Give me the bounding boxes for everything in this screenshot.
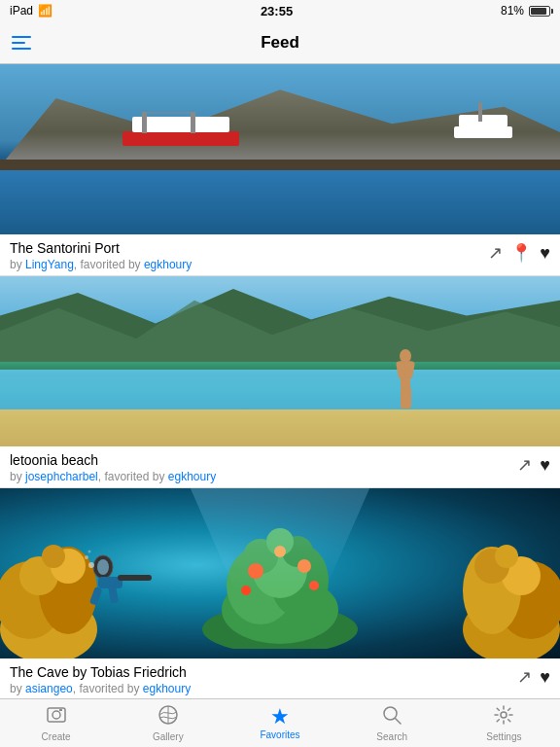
feed-meta-left-letoonia: letoonia beach by josephcharbel, favorit…	[10, 452, 517, 483]
tab-settings[interactable]: Settings	[448, 699, 560, 747]
menu-line-2	[12, 42, 25, 44]
heart-icon-letoonia[interactable]: ♥	[540, 455, 550, 476]
feed-title-cave: The Cave by Tobias Friedrich	[10, 664, 517, 680]
tab-settings-label: Settings	[486, 731, 521, 742]
favorited-link-santorini[interactable]: egkhoury	[144, 258, 192, 271]
search-icon	[381, 704, 402, 729]
feed-meta-santorini: The Santorini Port by LingYang, favorite…	[0, 234, 560, 275]
person-svg	[391, 348, 420, 416]
sand-layer	[0, 409, 560, 447]
heart-icon-cave[interactable]: ♥	[540, 667, 550, 688]
feed-actions-cave: ↗ ♥	[517, 664, 550, 688]
tab-create-label: Create	[42, 731, 71, 742]
battery-icon	[529, 6, 550, 17]
tab-search[interactable]: Search	[336, 699, 448, 747]
svg-point-75	[501, 712, 507, 718]
author-link-santorini[interactable]: LingYang	[25, 258, 74, 271]
beach-scene-bg	[0, 276, 560, 446]
feed-actions-letoonia: ↗ ♥	[517, 452, 550, 476]
settings-icon	[493, 704, 514, 729]
status-left: iPad 📶	[10, 4, 52, 18]
by-label-2: by	[10, 470, 22, 483]
svg-rect-43	[118, 575, 152, 581]
svg-point-47	[88, 562, 94, 568]
author-link-letoonia[interactable]: josephcharbel	[25, 470, 98, 483]
favorites-icon: ★	[270, 706, 290, 728]
battery-percent: 81%	[501, 4, 524, 18]
feed-subtitle-letoonia: by josephcharbel, favorited by egkhoury	[10, 470, 517, 483]
heart-icon-santorini[interactable]: ♥	[540, 243, 550, 264]
nav-bar: Feed	[0, 21, 560, 64]
device-label: iPad	[10, 4, 33, 18]
svg-point-10	[400, 349, 411, 363]
share-icon-santorini[interactable]: ↗	[488, 242, 503, 264]
tab-search-label: Search	[376, 731, 407, 742]
diver-svg	[84, 548, 161, 606]
feed-item-cave: The Cave by Tobias Friedrich by asiangeo…	[0, 488, 560, 698]
tab-gallery-label: Gallery	[153, 731, 184, 742]
svg-rect-44	[89, 587, 103, 606]
favorited-by-label-2: , favorited by	[98, 470, 165, 483]
svg-point-27	[495, 545, 518, 568]
feed-meta-letoonia: letoonia beach by josephcharbel, favorit…	[0, 446, 560, 487]
feed-meta-cave: The Cave by Tobias Friedrich by asiangeo…	[0, 658, 560, 698]
tab-create[interactable]: Create	[0, 699, 112, 747]
feed-meta-left-santorini: The Santorini Port by LingYang, favorite…	[10, 240, 488, 271]
svg-point-49	[88, 551, 91, 553]
svg-rect-5	[454, 126, 512, 138]
feed-title-letoonia: letoonia beach	[10, 452, 517, 468]
menu-button[interactable]	[12, 36, 31, 50]
feed-subtitle-cave: by asiangeo, favorited by egkhoury	[10, 682, 517, 695]
water-layer	[0, 370, 560, 412]
share-icon-cave[interactable]: ↗	[517, 666, 532, 688]
svg-rect-0	[122, 131, 239, 146]
menu-line-3	[12, 48, 31, 50]
by-label-3: by	[10, 682, 22, 695]
feed-subtitle-santorini: by LingYang, favorited by egkhoury	[10, 258, 488, 271]
by-label: by	[10, 258, 22, 271]
svg-rect-3	[191, 112, 195, 133]
wifi-icon: 📶	[38, 4, 52, 18]
svg-point-69	[52, 711, 60, 719]
favorited-by-label-3: , favorited by	[73, 682, 140, 695]
location-icon-santorini[interactable]: 📍	[510, 242, 532, 264]
boat-svg	[84, 112, 259, 180]
feed-meta-left-cave: The Cave by Tobias Friedrich by asiangeo…	[10, 664, 517, 695]
cave-scene-bg	[0, 488, 560, 658]
favorited-by-label: , favorited by	[74, 258, 141, 271]
nav-title: Feed	[261, 33, 299, 53]
feed-scroll[interactable]: The Santorini Port by LingYang, favorite…	[0, 64, 560, 698]
favorited-link-cave[interactable]: egkhoury	[143, 682, 191, 695]
tab-bar: Create Gallery ★ Favorites Search	[0, 698, 560, 747]
svg-line-74	[396, 719, 402, 725]
share-icon-letoonia[interactable]: ↗	[517, 454, 532, 476]
svg-point-46	[97, 559, 109, 575]
svg-rect-7	[478, 102, 482, 122]
feed-item-letoonia: letoonia beach by josephcharbel, favorit…	[0, 276, 560, 488]
feed-image-cave[interactable]	[0, 488, 560, 658]
tab-favorites[interactable]: ★ Favorites	[224, 699, 335, 747]
feed-actions-santorini: ↗ 📍 ♥	[488, 240, 550, 264]
status-bar: iPad 📶 23:55 81%	[0, 0, 560, 21]
status-right: 81%	[501, 4, 550, 18]
svg-rect-15	[404, 387, 411, 409]
beach-mountains-svg	[0, 285, 560, 362]
feed-item-santorini: The Santorini Port by LingYang, favorite…	[0, 64, 560, 276]
gallery-icon	[158, 704, 179, 729]
feed-title-santorini: The Santorini Port	[10, 240, 488, 256]
feed-image-letoonia[interactable]	[0, 276, 560, 446]
svg-rect-6	[459, 115, 508, 127]
author-link-cave[interactable]: asiangeo	[25, 682, 73, 695]
santorini-scene-bg	[0, 64, 560, 234]
favorited-link-letoonia[interactable]: egkhoury	[168, 470, 216, 483]
coral-right-svg	[424, 522, 560, 658]
tab-gallery[interactable]: Gallery	[112, 699, 224, 747]
status-time: 23:55	[261, 4, 293, 18]
small-boat-svg	[435, 97, 532, 175]
svg-rect-70	[59, 709, 62, 711]
svg-point-21	[42, 545, 65, 568]
feed-image-santorini[interactable]	[0, 64, 560, 234]
svg-rect-68	[48, 708, 65, 722]
create-icon	[46, 704, 67, 729]
menu-line-1	[12, 36, 31, 38]
